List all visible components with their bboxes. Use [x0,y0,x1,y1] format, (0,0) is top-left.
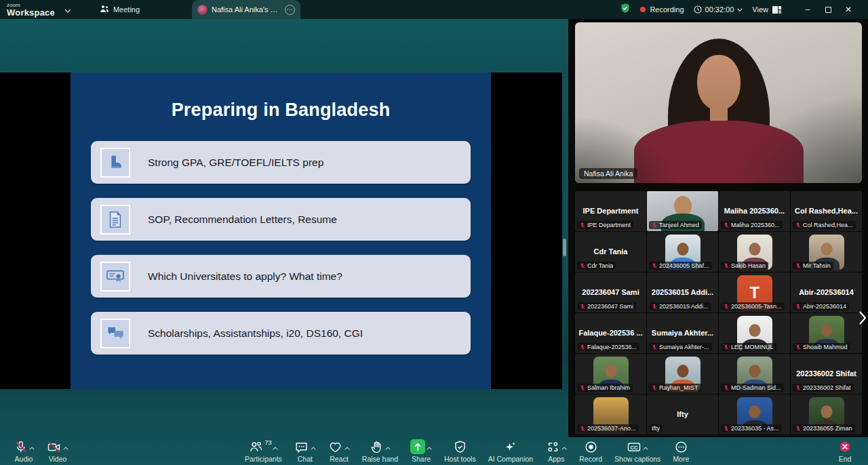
participants-button[interactable]: 73 Participants [239,437,288,463]
participant-tile[interactable]: 202536015 Addi... 202536015 Addi... [647,272,718,312]
active-speaker-video[interactable]: Nafisa Ali Anika [575,22,862,183]
apps-button[interactable]: Apps [539,437,573,463]
participant-tile[interactable]: Falaque-202536 ... Falaque-202536... [575,313,646,353]
maximize-button[interactable] [818,0,838,19]
participant-tile[interactable]: Tanjeel Ahmed [647,191,718,231]
participant-tile[interactable]: Sakib Hasan [719,232,790,272]
participant-tile[interactable]: Sumaiya Akhter... Sumaiya Akhter-... [647,313,718,353]
participant-name-label: Sakib Hasan [721,262,768,270]
participant-tile[interactable]: Shoaib Mahmud [791,313,862,353]
participant-name-label: 202336002 Shifat [793,384,854,392]
chevron-up-icon[interactable] [427,441,432,453]
chevron-up-icon[interactable] [385,441,391,453]
view-button[interactable]: View [752,5,781,14]
participant-tile[interactable]: Col Rashed,Hea... Col Rashed,Hea... [791,191,862,231]
participant-tile[interactable]: MD-Sadman Sid... [719,354,790,394]
show-captions-button[interactable]: CC Show captions [608,437,667,463]
slide-title: Preparing in Bangladesh [71,100,491,121]
gallery-next-page-button[interactable] [859,310,867,328]
participant-name-label: 202536005-Tasn... [721,302,785,310]
chevron-up-icon[interactable] [561,441,567,453]
participant-tile[interactable]: Abir-202536014 Abir-202536014 [791,272,862,312]
chat-bubbles-icon [100,319,130,348]
participant-tile[interactable]: Maliha 2025360... Maliha 2025360... [719,191,790,231]
captions-cc-icon: CC [627,439,642,454]
participant-name-label: Mir Tahsin [793,262,833,270]
chevron-up-icon[interactable] [63,441,68,453]
participant-tile[interactable]: IPE Department IPE Department [575,191,646,231]
chevron-up-icon[interactable] [273,441,278,453]
zoom-meeting-window: zoom Workspace Meeting Nafisa Ali Anika'… [0,0,868,465]
meeting-people-icon [100,5,109,14]
ai-companion-button[interactable]: AI Companion [482,437,540,463]
tab-meeting[interactable]: Meeting [100,5,140,14]
chat-button[interactable]: Chat [288,437,322,463]
chevron-up-icon[interactable] [344,441,350,453]
participant-tile[interactable]: 202536037-Ano... [575,395,646,434]
participant-tile[interactable]: 202336055 Ziman [791,395,862,434]
participant-tile[interactable]: 202336002 Shifat 202336002 Shifat [791,354,862,394]
share-button[interactable]: Share [404,437,438,463]
end-button[interactable]: End [831,437,859,463]
more-ellipsis-icon [673,439,688,454]
muted-mic-icon [652,263,657,269]
video-button[interactable]: Video [41,437,75,463]
tab-shared-screen[interactable]: Nafisa Ali Anika's screen ⋯ [192,0,300,19]
shield-check-icon [452,439,467,454]
muted-mic-icon [580,385,585,391]
participant-tile[interactable]: LEC MOMINUL [719,313,790,353]
chevron-down-icon[interactable] [64,3,71,16]
slide-bullet-text: SOP, Recommendation Letters, Resume [148,214,337,226]
chevron-up-icon[interactable] [29,441,35,453]
record-icon [583,439,598,454]
more-button[interactable]: More [667,437,695,463]
muted-mic-icon [580,344,585,350]
close-button[interactable]: ✕ [838,0,859,19]
participant-tile[interactable]: 202336035 - As... [719,395,790,434]
participant-tile[interactable]: Cdr Tania Cdr Tania [575,232,646,272]
participant-tile[interactable]: T 202536005-Tasn... [719,272,790,312]
muted-mic-icon [724,344,729,350]
participant-name-label: 202536037-Ano... [577,424,639,432]
clock-icon [694,5,702,14]
host-tools-button[interactable]: Host tools [438,437,482,463]
tab-options-icon[interactable]: ⋯ [285,5,295,15]
participant-name-label: Maliha 2025360... [721,221,783,229]
boot-icon [100,148,130,178]
participants-icon [248,439,263,454]
chevron-up-icon[interactable] [643,441,648,453]
slide-bullet-text: Scholarships, Assistantships, i20, DS160… [148,327,363,340]
security-shield-icon[interactable] [620,3,631,16]
minimize-button[interactable]: – [797,0,818,19]
meeting-timer[interactable]: 00:32:00 [694,5,743,14]
participant-tile[interactable]: 202436005 Shaf... [647,232,718,272]
record-button[interactable]: Record [573,437,608,463]
participant-name-label: Falaque-202536... [577,343,639,351]
participant-tile[interactable]: Salman Ibrahim [575,354,646,394]
participant-name-label: MD-Sadman Sid... [721,384,784,392]
participant-tile[interactable]: Ifty Ifty [647,395,718,434]
slide-bullet-card: SOP, Recommendation Letters, Resume [91,198,471,241]
mic-muted-icon [13,439,28,454]
react-button[interactable]: React [322,437,356,463]
muted-mic-icon [652,222,657,228]
raise-hand-button[interactable]: Raise hand [356,437,404,463]
chevron-up-icon[interactable] [311,441,316,453]
recording-indicator[interactable]: Recording [640,5,684,14]
shared-screen-viewport: Preparing in Bangladesh Strong GPA, GRE/… [0,73,562,389]
apps-grid-icon [545,439,560,454]
muted-mic-icon [724,426,729,432]
participant-tile[interactable]: 202236047 Sami 202236047 Sami [575,272,646,312]
participant-tile[interactable]: Mir Tahsin [791,232,862,272]
muted-mic-icon [795,222,801,228]
participant-name-label: Abir-202536014 [793,302,849,310]
speaker-name-label: Nafisa Ali Anika [579,168,637,179]
participant-tile[interactable]: Rayhan_MIST [647,354,718,394]
tab-avatar [197,5,208,15]
recording-dot-icon [640,7,646,12]
video-muted-icon [47,439,62,454]
gallery-scrollbar[interactable] [563,239,566,256]
audio-button[interactable]: Audio [7,437,41,463]
end-call-icon [837,439,852,454]
slide-bullet-text: Strong GPA, GRE/TOEFL/IELTS prep [148,157,323,169]
